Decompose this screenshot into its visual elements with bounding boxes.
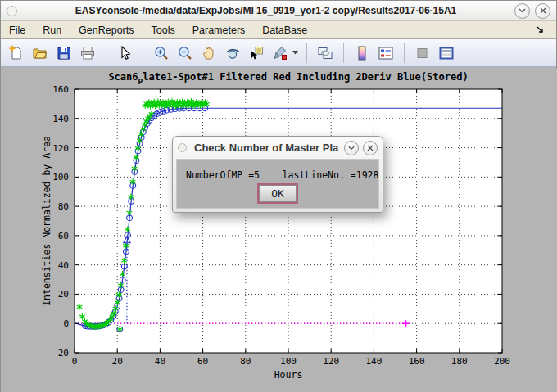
y-axis-label: Intensities Normalized by Area — [41, 136, 52, 306]
close-button[interactable] — [535, 3, 550, 19]
edit-plot-button[interactable] — [115, 43, 134, 63]
close-icon — [367, 145, 374, 151]
window-menu-icon[interactable] — [7, 6, 17, 16]
toolbar-separator — [143, 43, 143, 63]
menu-item-genreports[interactable]: GenReports — [79, 25, 134, 36]
rotate-3d-button[interactable] — [223, 43, 242, 63]
save-button[interactable] — [54, 43, 74, 63]
toolbar-separator — [306, 43, 307, 63]
print-button[interactable] — [78, 43, 97, 63]
data-cursor-icon — [248, 45, 265, 61]
menu-item-file[interactable]: File — [9, 25, 25, 36]
dialog-shade-button[interactable] — [344, 141, 359, 155]
y-tick-label: 140 — [52, 114, 69, 124]
close-icon — [540, 7, 546, 14]
zoom-out-icon — [177, 45, 193, 61]
chevron-down-icon — [348, 146, 355, 151]
check-master-plates-dialog[interactable]: Check Number of Master Pla NumberOfMP =5… — [172, 136, 383, 213]
shade-button[interactable] — [514, 3, 530, 19]
link-plot-button[interactable] — [315, 43, 335, 63]
open-file-button[interactable] — [30, 43, 50, 63]
open-folder-icon — [32, 45, 48, 61]
x-tick-label: 120 — [323, 356, 339, 367]
x-tick-label: 200 — [494, 356, 510, 367]
y-tick-label: 40 — [58, 260, 69, 271]
chevron-down-icon — [519, 8, 526, 13]
window-frame: EASYconsole-/media/data/ExpJobs/MI 16_09… — [0, 0, 557, 392]
x-tick-label: 100 — [280, 356, 297, 367]
plot-title: Scan6plate1-Spot#1 Filtered Red Includin… — [108, 71, 468, 84]
insert-colorbar-button[interactable] — [352, 43, 372, 63]
new-file-button[interactable] — [7, 43, 26, 63]
dialog-message: NumberOfMP =5 lastLineNo. =1928 — [186, 169, 378, 181]
x-tick-label: 160 — [409, 356, 425, 367]
hide-plot-tools-icon — [414, 45, 431, 61]
zoom-out-button[interactable] — [175, 43, 195, 63]
insert-colorbar-icon — [354, 45, 370, 61]
y-tick-label: 160 — [52, 84, 69, 95]
print-icon — [79, 45, 96, 61]
save-icon — [56, 45, 72, 61]
figure-canvas: 020406080100120140160180200-200204060801… — [1, 69, 557, 392]
new-file-icon — [8, 45, 25, 61]
menu-bar: File Run GenReports Tools Parameters Dat… — [1, 21, 556, 39]
figure-toolbar — [1, 39, 556, 67]
y-tick-label: 120 — [52, 143, 69, 154]
y-tick-label: 20 — [58, 289, 69, 300]
y-tick-label: 0 — [63, 318, 69, 329]
x-tick-label: 80 — [240, 356, 251, 367]
dialog-content: NumberOfMP =5 lastLineNo. =1928 OK — [176, 159, 379, 209]
y-tick-label: -20 — [52, 348, 69, 358]
y-tick-label: 60 — [58, 231, 69, 241]
ok-button[interactable]: OK — [259, 185, 297, 202]
data-cursor-button[interactable] — [247, 43, 266, 63]
toolbar-separator — [343, 43, 344, 63]
brush-data-icon — [272, 45, 288, 61]
brush-data-button[interactable] — [270, 43, 290, 63]
zoom-in-icon — [153, 45, 170, 61]
menu-item-tools[interactable]: Tools — [152, 25, 175, 36]
hide-plot-tools-button[interactable] — [413, 43, 432, 63]
x-axis-label: Hours — [274, 369, 303, 381]
insert-legend-button[interactable] — [376, 43, 396, 63]
zoom-in-button[interactable] — [152, 43, 171, 63]
y-tick-label: 100 — [52, 172, 69, 182]
x-tick-label: 20 — [112, 356, 123, 367]
link-plot-icon — [317, 45, 333, 61]
dock-figure-arrow-icon[interactable] — [536, 25, 545, 34]
x-tick-label: 0 — [72, 356, 78, 367]
window-title: EASYconsole-/media/data/ExpJobs/MI 16_09… — [22, 5, 509, 16]
insert-legend-icon — [378, 45, 394, 61]
x-tick-label: 60 — [197, 356, 208, 367]
x-tick-label: 40 — [155, 356, 165, 367]
dialog-close-button[interactable] — [363, 141, 378, 155]
window-titlebar[interactable]: EASYconsole-/media/data/ExpJobs/MI 16_09… — [1, 1, 556, 21]
edit-plot-pointer-icon — [116, 45, 133, 61]
toolbar-separator — [106, 43, 106, 63]
pan-button[interactable] — [199, 43, 219, 63]
dialog-title: Check Number of Master Pla — [191, 142, 340, 154]
show-plot-tools-dock-button[interactable] — [437, 43, 456, 63]
x-tick-label: 180 — [451, 356, 468, 367]
plot-axes: 020406080100120140160180200-200204060801… — [1, 69, 557, 392]
toolbar-separator — [404, 43, 405, 63]
x-tick-label: 140 — [365, 356, 382, 367]
menu-item-database[interactable]: DataBase — [262, 25, 307, 36]
show-plot-tools-dock-icon — [438, 45, 455, 61]
dialog-titlebar[interactable]: Check Number of Master Pla — [173, 137, 383, 159]
brush-dropdown-caret[interactable] — [292, 51, 298, 55]
rotate-3d-icon — [224, 45, 241, 61]
menu-item-parameters[interactable]: Parameters — [192, 25, 246, 36]
y-tick-label: 80 — [58, 201, 69, 212]
menu-item-run[interactable]: Run — [43, 25, 61, 36]
pan-hand-icon — [201, 45, 217, 61]
dialog-menu-icon[interactable] — [178, 143, 187, 152]
